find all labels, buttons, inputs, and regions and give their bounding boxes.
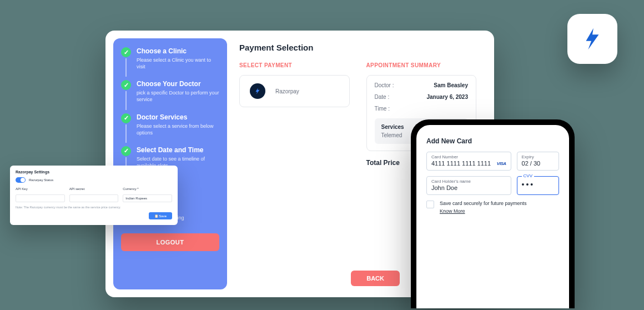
razorpay-status-label: Razorpay Status bbox=[29, 178, 53, 182]
phone-screen: Add New Card Card Number 4111 1111 1111 … bbox=[416, 125, 569, 308]
settings-title: Razorpay Settings bbox=[16, 170, 172, 174]
cvv-label: CVV bbox=[522, 173, 534, 178]
logout-button[interactable]: LOGOUT bbox=[121, 233, 219, 251]
check-icon bbox=[121, 146, 131, 156]
phone-frame: Add New Card Card Number 4111 1111 1111 … bbox=[411, 119, 575, 308]
step-choose-clinic[interactable]: Choose a Clinic Please select a Clinic y… bbox=[121, 47, 219, 77]
payment-option-label: Razorpay bbox=[275, 88, 299, 94]
cvv-field[interactable]: CVV ••• bbox=[517, 176, 559, 195]
step-desc: Please select a service from below optio… bbox=[137, 123, 219, 136]
check-icon bbox=[121, 47, 131, 57]
page-title: Payment Selection bbox=[239, 43, 476, 52]
step-title: Doctor Services bbox=[137, 113, 219, 121]
api-secret-input[interactable] bbox=[69, 194, 119, 202]
cvv-value: ••• bbox=[522, 179, 554, 188]
currency-select[interactable] bbox=[123, 194, 172, 202]
select-payment-label: SELECT PAYMENT bbox=[239, 62, 350, 68]
razorpay-logo-icon bbox=[580, 26, 605, 52]
back-button[interactable]: BACK bbox=[351, 271, 400, 286]
card-holder-label: Card Holder's name bbox=[431, 179, 506, 184]
step-doctor-services[interactable]: Doctor Services Please select a service … bbox=[121, 113, 219, 143]
api-key-input[interactable] bbox=[16, 194, 65, 202]
step-choose-doctor[interactable]: Choose Your Doctor pick a specific Docto… bbox=[121, 80, 219, 109]
settings-note: Note: The Razorpay currency must be the … bbox=[16, 206, 172, 209]
select-payment-column: SELECT PAYMENT Razorpay bbox=[239, 62, 350, 167]
check-icon bbox=[121, 113, 131, 123]
razorpay-settings-popup: Razorpay Settings Razorpay Status API Ke… bbox=[10, 166, 178, 225]
summary-date-key: Date : bbox=[375, 94, 390, 100]
check-icon bbox=[121, 80, 131, 90]
step-desc: pick a specific Doctor to perform your s… bbox=[137, 89, 219, 103]
summary-date-value: January 6, 2023 bbox=[427, 94, 469, 100]
step-title: Select Date and Time bbox=[137, 146, 219, 154]
expiry-label: Expiry bbox=[522, 154, 554, 159]
add-card-title: Add New Card bbox=[426, 137, 559, 145]
summary-time-key: Time : bbox=[375, 106, 390, 112]
razorpay-icon bbox=[250, 83, 265, 99]
api-key-label: API Key bbox=[16, 187, 65, 191]
save-card-text: Save card securely for future payments bbox=[440, 201, 527, 206]
step-title: Choose Your Doctor bbox=[137, 80, 219, 88]
save-card-row: Save card securely for future payments K… bbox=[426, 201, 559, 214]
save-card-checkbox[interactable] bbox=[426, 201, 434, 208]
card-holder-value: John Doe bbox=[431, 184, 506, 191]
expiry-value: 02 / 30 bbox=[522, 160, 554, 167]
card-holder-field[interactable]: Card Holder's name John Doe bbox=[426, 176, 511, 195]
expiry-field[interactable]: Expiry 02 / 30 bbox=[517, 152, 559, 171]
razorpay-logo-corner bbox=[567, 14, 617, 64]
step-title: Choose a Clinic bbox=[137, 47, 219, 55]
card-number-field[interactable]: Card Number 4111 1111 1111 1111 VISA bbox=[426, 152, 511, 171]
visa-icon: VISA bbox=[497, 161, 506, 166]
api-secret-label: API secret bbox=[69, 187, 119, 191]
payment-option-razorpay[interactable]: Razorpay bbox=[239, 75, 350, 107]
booking-steps-sidebar: Choose a Clinic Please select a Clinic y… bbox=[113, 38, 227, 289]
save-settings-button[interactable]: 📋 Save bbox=[149, 212, 172, 219]
card-number-label: Card Number bbox=[431, 154, 506, 159]
step-desc: Please select a Clinic you want to visit bbox=[137, 57, 219, 70]
appointment-summary-label: APPOINTMENT SUMMARY bbox=[366, 62, 477, 68]
razorpay-status-toggle[interactable] bbox=[16, 177, 26, 183]
summary-doctor-key: Doctor : bbox=[375, 82, 394, 88]
currency-label: Currency * bbox=[123, 187, 172, 191]
summary-doctor-value: Sam Beasley bbox=[434, 82, 468, 88]
card-number-value: 4111 1111 1111 1111 bbox=[431, 160, 491, 167]
know-more-link[interactable]: Know More bbox=[440, 208, 465, 214]
